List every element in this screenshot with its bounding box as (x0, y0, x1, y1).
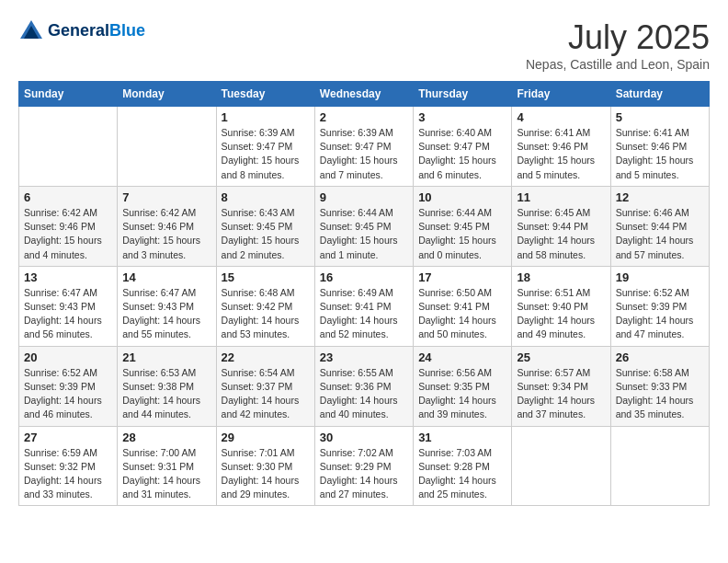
calendar-cell: 4Sunrise: 6:41 AM Sunset: 9:46 PM Daylig… (512, 107, 610, 187)
day-number: 28 (122, 431, 210, 444)
page-header: GeneralBlue July 2025 Nepas, Castille an… (18, 18, 710, 72)
calendar-cell: 11Sunrise: 6:45 AM Sunset: 9:44 PM Dayli… (512, 186, 610, 266)
day-number: 13 (24, 270, 112, 284)
day-number: 19 (616, 270, 704, 284)
day-number: 30 (320, 431, 408, 444)
logo: GeneralBlue (18, 18, 145, 44)
weekday-header-row: SundayMondayTuesdayWednesdayThursdayFrid… (19, 82, 710, 107)
calendar-cell: 7Sunrise: 6:42 AM Sunset: 9:46 PM Daylig… (118, 186, 216, 266)
title-block: July 2025 Nepas, Castille and Leon, Spai… (526, 18, 710, 72)
day-number: 14 (122, 270, 210, 284)
day-number: 5 (616, 110, 704, 124)
logo-text: GeneralBlue (48, 21, 145, 41)
weekday-header: Thursday (414, 82, 512, 107)
day-info: Sunrise: 6:41 AM Sunset: 9:46 PM Dayligh… (517, 126, 605, 182)
day-info: Sunrise: 6:42 AM Sunset: 9:46 PM Dayligh… (24, 206, 112, 262)
day-number: 27 (24, 431, 112, 444)
day-info: Sunrise: 6:59 AM Sunset: 9:32 PM Dayligh… (24, 446, 112, 502)
day-number: 18 (517, 270, 605, 284)
day-info: Sunrise: 6:53 AM Sunset: 9:38 PM Dayligh… (122, 366, 210, 422)
weekday-header: Friday (512, 82, 610, 107)
day-info: Sunrise: 6:44 AM Sunset: 9:45 PM Dayligh… (320, 206, 408, 262)
day-info: Sunrise: 6:50 AM Sunset: 9:41 PM Dayligh… (418, 286, 506, 342)
day-info: Sunrise: 6:57 AM Sunset: 9:34 PM Dayligh… (517, 366, 605, 422)
calendar-cell: 2Sunrise: 6:39 AM Sunset: 9:47 PM Daylig… (314, 107, 413, 187)
day-info: Sunrise: 6:46 AM Sunset: 9:44 PM Dayligh… (616, 206, 704, 262)
day-number: 22 (222, 350, 310, 364)
day-number: 23 (320, 350, 408, 364)
calendar-week-row: 27Sunrise: 6:59 AM Sunset: 9:32 PM Dayli… (19, 426, 710, 506)
calendar-week-row: 1Sunrise: 6:39 AM Sunset: 9:47 PM Daylig… (19, 107, 710, 187)
day-info: Sunrise: 6:39 AM Sunset: 9:47 PM Dayligh… (222, 126, 310, 182)
month-title: July 2025 (526, 18, 710, 57)
day-info: Sunrise: 6:47 AM Sunset: 9:43 PM Dayligh… (24, 286, 112, 342)
day-number: 29 (222, 431, 310, 444)
logo-line1: General (48, 21, 109, 40)
calendar-week-row: 6Sunrise: 6:42 AM Sunset: 9:46 PM Daylig… (19, 186, 710, 266)
calendar-cell (610, 426, 709, 506)
day-info: Sunrise: 6:54 AM Sunset: 9:37 PM Dayligh… (222, 366, 310, 422)
day-number: 11 (517, 190, 605, 204)
calendar-cell: 13Sunrise: 6:47 AM Sunset: 9:43 PM Dayli… (19, 266, 118, 346)
day-number: 6 (24, 190, 112, 204)
day-info: Sunrise: 7:00 AM Sunset: 9:31 PM Dayligh… (122, 446, 210, 502)
calendar-cell: 14Sunrise: 6:47 AM Sunset: 9:43 PM Dayli… (118, 266, 216, 346)
calendar-cell: 16Sunrise: 6:49 AM Sunset: 9:41 PM Dayli… (314, 266, 413, 346)
day-number: 8 (222, 190, 310, 204)
day-number: 24 (418, 350, 506, 364)
day-info: Sunrise: 6:52 AM Sunset: 9:39 PM Dayligh… (616, 286, 704, 342)
calendar-cell: 23Sunrise: 6:55 AM Sunset: 9:36 PM Dayli… (314, 346, 413, 426)
day-info: Sunrise: 6:47 AM Sunset: 9:43 PM Dayligh… (122, 286, 210, 342)
day-number: 12 (616, 190, 704, 204)
day-number: 10 (418, 190, 506, 204)
day-info: Sunrise: 6:40 AM Sunset: 9:47 PM Dayligh… (418, 126, 506, 182)
calendar-cell: 31Sunrise: 7:03 AM Sunset: 9:28 PM Dayli… (414, 426, 512, 506)
day-info: Sunrise: 6:55 AM Sunset: 9:36 PM Dayligh… (320, 366, 408, 422)
day-info: Sunrise: 7:02 AM Sunset: 9:29 PM Dayligh… (320, 446, 408, 502)
calendar-cell: 18Sunrise: 6:51 AM Sunset: 9:40 PM Dayli… (512, 266, 610, 346)
calendar-cell: 20Sunrise: 6:52 AM Sunset: 9:39 PM Dayli… (19, 346, 118, 426)
calendar-cell: 9Sunrise: 6:44 AM Sunset: 9:45 PM Daylig… (314, 186, 413, 266)
location: Nepas, Castille and Leon, Spain (526, 57, 710, 72)
logo-icon (18, 18, 44, 44)
calendar-cell: 25Sunrise: 6:57 AM Sunset: 9:34 PM Dayli… (512, 346, 610, 426)
day-number: 3 (418, 110, 506, 124)
calendar-cell: 17Sunrise: 6:50 AM Sunset: 9:41 PM Dayli… (414, 266, 512, 346)
day-number: 15 (222, 270, 310, 284)
calendar-cell: 6Sunrise: 6:42 AM Sunset: 9:46 PM Daylig… (19, 186, 118, 266)
calendar-cell: 5Sunrise: 6:41 AM Sunset: 9:46 PM Daylig… (610, 107, 709, 187)
day-number: 4 (517, 110, 605, 124)
day-number: 9 (320, 190, 408, 204)
day-info: Sunrise: 6:51 AM Sunset: 9:40 PM Dayligh… (517, 286, 605, 342)
weekday-header: Tuesday (216, 82, 314, 107)
weekday-header: Saturday (610, 82, 709, 107)
calendar-cell: 22Sunrise: 6:54 AM Sunset: 9:37 PM Dayli… (216, 346, 314, 426)
day-info: Sunrise: 6:49 AM Sunset: 9:41 PM Dayligh… (320, 286, 408, 342)
weekday-header: Monday (118, 82, 216, 107)
calendar-cell: 8Sunrise: 6:43 AM Sunset: 9:45 PM Daylig… (216, 186, 314, 266)
day-info: Sunrise: 6:52 AM Sunset: 9:39 PM Dayligh… (24, 366, 112, 422)
day-info: Sunrise: 6:44 AM Sunset: 9:45 PM Dayligh… (418, 206, 506, 262)
calendar-cell: 27Sunrise: 6:59 AM Sunset: 9:32 PM Dayli… (19, 426, 118, 506)
calendar-cell: 26Sunrise: 6:58 AM Sunset: 9:33 PM Dayli… (610, 346, 709, 426)
day-number: 31 (418, 431, 506, 444)
calendar-table: SundayMondayTuesdayWednesdayThursdayFrid… (18, 81, 710, 506)
calendar-cell: 30Sunrise: 7:02 AM Sunset: 9:29 PM Dayli… (314, 426, 413, 506)
calendar-cell: 19Sunrise: 6:52 AM Sunset: 9:39 PM Dayli… (610, 266, 709, 346)
day-info: Sunrise: 6:45 AM Sunset: 9:44 PM Dayligh… (517, 206, 605, 262)
day-number: 17 (418, 270, 506, 284)
day-info: Sunrise: 6:42 AM Sunset: 9:46 PM Dayligh… (122, 206, 210, 262)
day-number: 20 (24, 350, 112, 364)
day-number: 21 (122, 350, 210, 364)
calendar-cell (19, 107, 118, 187)
day-info: Sunrise: 6:58 AM Sunset: 9:33 PM Dayligh… (616, 366, 704, 422)
day-info: Sunrise: 6:48 AM Sunset: 9:42 PM Dayligh… (222, 286, 310, 342)
day-info: Sunrise: 7:03 AM Sunset: 9:28 PM Dayligh… (418, 446, 506, 502)
day-info: Sunrise: 7:01 AM Sunset: 9:30 PM Dayligh… (222, 446, 310, 502)
day-number: 16 (320, 270, 408, 284)
calendar-week-row: 13Sunrise: 6:47 AM Sunset: 9:43 PM Dayli… (19, 266, 710, 346)
logo-line2: Blue (109, 21, 145, 40)
calendar-week-row: 20Sunrise: 6:52 AM Sunset: 9:39 PM Dayli… (19, 346, 710, 426)
calendar-cell: 10Sunrise: 6:44 AM Sunset: 9:45 PM Dayli… (414, 186, 512, 266)
calendar-cell: 3Sunrise: 6:40 AM Sunset: 9:47 PM Daylig… (414, 107, 512, 187)
